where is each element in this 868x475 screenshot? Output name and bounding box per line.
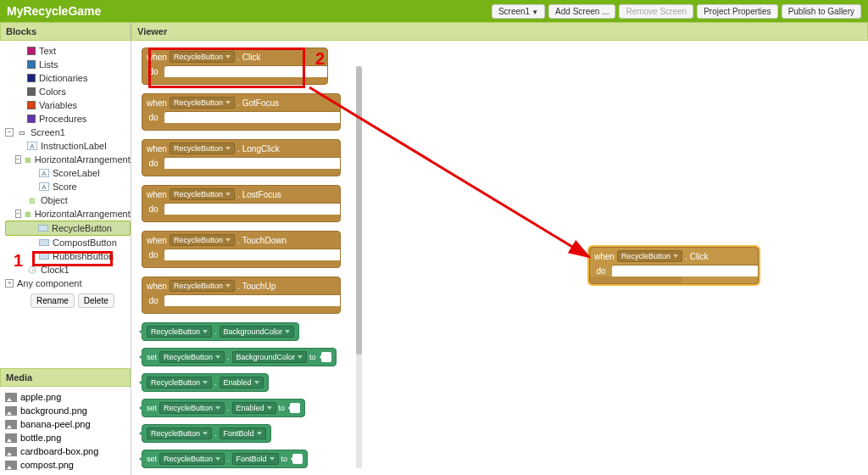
image-file-icon — [5, 420, 17, 429]
add-screen-button[interactable]: Add Screen ... — [548, 4, 615, 19]
event-block-gotfocus[interactable]: whenRecycleButton.GotFocus do — [142, 93, 341, 131]
expand-icon[interactable]: + — [5, 279, 14, 288]
chevron-down-icon — [215, 406, 220, 410]
chevron-down-icon — [225, 193, 231, 196]
blocks-tree: Text Lists Dictionaries Colors Variables… — [0, 41, 131, 368]
chevron-down-icon — [225, 147, 231, 150]
component-dropdown[interactable]: RecycleButton — [170, 234, 235, 246]
button-icon — [39, 253, 49, 260]
scrollbar-thumb[interactable] — [356, 66, 362, 355]
tree-screen1[interactable]: −▭Screen1 — [5, 126, 131, 139]
layout-icon: ▦ — [25, 210, 31, 218]
chevron-down-icon — [203, 432, 208, 435]
chevron-down-icon — [298, 355, 303, 359]
tree-compostbutton[interactable]: CompostButton — [5, 236, 131, 249]
tree-score[interactable]: AScore — [5, 180, 131, 193]
publish-gallery-button[interactable]: Publish to Gallery — [782, 4, 861, 19]
builtin-lists[interactable]: Lists — [5, 58, 131, 71]
getter-block-enabled[interactable]: RecycleButton.Enabled — [142, 373, 269, 392]
label-icon: A — [39, 182, 49, 191]
rename-button[interactable]: Rename — [31, 293, 75, 308]
media-panel-header: Media — [0, 368, 131, 387]
tree-h2[interactable]: −▦HorizontalArrangement2 — [5, 207, 131, 221]
image-file-icon — [5, 406, 17, 416]
image-icon: ▨ — [27, 196, 37, 204]
event-block-longclick[interactable]: whenRecycleButton.LongClick do — [142, 139, 341, 176]
blocks-panel-header: Blocks — [0, 22, 131, 41]
chevron-down-icon — [215, 355, 220, 359]
event-block-touchdown[interactable]: whenRecycleButton.TouchDown do — [142, 231, 341, 268]
builtin-procedures[interactable]: Procedures — [5, 112, 131, 126]
topbar-buttons: Screen1▼ Add Screen ... Remove Screen Pr… — [492, 4, 861, 19]
event-block-click[interactable]: whenRecycleButton.Click do — [142, 48, 328, 85]
component-dropdown[interactable]: RecycleButton — [170, 142, 235, 154]
event-block-touchup[interactable]: whenRecycleButton.TouchUp do — [142, 277, 341, 314]
component-dropdown[interactable]: RecycleButton — [170, 188, 235, 200]
setter-block-enabled[interactable]: setRecycleButton.Enabledto — [142, 399, 305, 417]
image-file-icon — [5, 433, 17, 443]
media-item[interactable]: cardboard-box.png — [5, 444, 125, 458]
label-icon: A — [39, 169, 49, 177]
dragged-event-block[interactable]: whenRecycleButton.Click do — [589, 247, 759, 284]
chevron-down-icon — [203, 330, 208, 333]
chevron-down-icon — [215, 457, 220, 461]
layout-icon: ▦ — [25, 155, 31, 164]
media-item[interactable]: apple.png — [5, 390, 125, 404]
builtin-variables[interactable]: Variables — [5, 98, 131, 112]
viewer-panel: Viewer whenRecycleButton.Click do whenRe… — [131, 22, 868, 475]
getter-block-fontbold[interactable]: RecycleButton.FontBold — [142, 424, 271, 443]
collapse-icon[interactable]: − — [15, 155, 21, 164]
collapse-icon[interactable]: − — [15, 210, 21, 218]
project-properties-button[interactable]: Project Properties — [697, 4, 777, 19]
media-list: apple.png background.png banana-peel.png… — [0, 387, 131, 475]
media-item[interactable]: bottle.png — [5, 431, 125, 444]
chevron-down-icon — [203, 381, 208, 384]
chevron-down-icon — [225, 55, 231, 59]
chevron-down-icon — [270, 457, 275, 461]
screen-dropdown[interactable]: Screen1▼ — [492, 4, 545, 19]
chevron-down-icon — [673, 254, 678, 258]
media-item[interactable]: background.png — [5, 404, 125, 417]
component-dropdown[interactable]: RecycleButton — [170, 280, 235, 292]
builtin-colors[interactable]: Colors — [5, 85, 131, 98]
image-file-icon — [5, 447, 17, 456]
component-dropdown[interactable]: RecycleButton — [170, 51, 235, 63]
delete-button[interactable]: Delete — [78, 293, 114, 308]
app-title: MyRecycleGame — [7, 4, 101, 18]
chevron-down-icon — [257, 432, 262, 435]
collapse-icon[interactable]: − — [5, 128, 14, 137]
tree-clock1[interactable]: 🕓Clock1 — [5, 263, 131, 277]
image-file-icon — [5, 461, 17, 470]
chevron-down-icon — [267, 406, 272, 410]
label-icon: A — [27, 142, 37, 150]
chevron-down-icon — [225, 238, 231, 242]
tree-rubbishbutton[interactable]: RubbishButton — [5, 249, 131, 263]
tree-recyclebutton[interactable]: RecycleButton — [5, 221, 131, 236]
setter-block-fontbold[interactable]: setRecycleButton.FontBoldto — [142, 450, 308, 468]
tree-h1[interactable]: −▦HorizontalArrangement1 — [5, 153, 131, 166]
component-dropdown[interactable]: RecycleButton — [170, 97, 235, 109]
media-item[interactable]: compost.png — [5, 458, 125, 472]
setter-block-bgcolor[interactable]: setRecycleButton.BackgroundColorto — [142, 348, 337, 366]
chevron-down-icon — [225, 101, 231, 104]
chevron-down-icon — [254, 381, 259, 384]
getter-block-bgcolor[interactable]: RecycleButton.BackgroundColor — [142, 322, 299, 341]
tree-any-component[interactable]: +Any component — [5, 277, 131, 290]
tree-object[interactable]: ▨Object — [5, 193, 131, 207]
button-icon — [39, 239, 49, 246]
viewer-workspace[interactable]: whenRecycleButton.Click do whenRecycleBu… — [131, 41, 868, 475]
screen-icon: ▭ — [17, 128, 27, 137]
tree-instructionlabel[interactable]: AInstructionLabel — [5, 139, 131, 153]
remove-screen-button[interactable]: Remove Screen — [619, 4, 693, 19]
builtin-text[interactable]: Text — [5, 44, 131, 58]
clock-icon: 🕓 — [27, 265, 37, 274]
button-icon — [38, 225, 48, 232]
viewer-panel-header: Viewer — [131, 22, 868, 41]
left-sidebar: Blocks Text Lists Dictionaries Colors Va… — [0, 22, 131, 475]
image-file-icon — [5, 393, 17, 402]
component-dropdown[interactable]: RecycleButton — [617, 250, 682, 262]
media-item[interactable]: banana-peel.png — [5, 417, 125, 431]
tree-scorelabel[interactable]: AScoreLabel — [5, 166, 131, 180]
builtin-dictionaries[interactable]: Dictionaries — [5, 71, 131, 85]
event-block-lostfocus[interactable]: whenRecycleButton.LostFocus do — [142, 185, 341, 222]
